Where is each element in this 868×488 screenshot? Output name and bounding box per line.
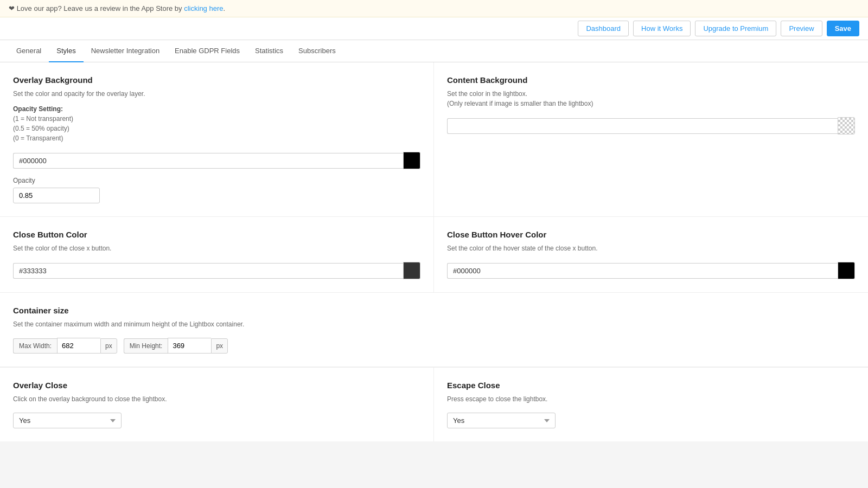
- tab-styles[interactable]: Styles: [49, 40, 83, 62]
- overlay-color-row: [13, 152, 420, 169]
- content-color-input[interactable]: [447, 118, 838, 134]
- banner-link[interactable]: clicking here: [184, 4, 223, 12]
- min-height-input[interactable]: [168, 338, 211, 354]
- escape-close-section: Escape Close Press escape to close the l…: [434, 368, 868, 441]
- max-width-unit: px: [100, 338, 117, 354]
- content-background-title: Content Background: [447, 75, 855, 85]
- main-content: Overlay Background Set the color and opa…: [0, 62, 868, 441]
- content-background-section: Content Background Set the color in the …: [434, 62, 868, 216]
- opacity-desc2: (0.5 = 50% opacity): [13, 125, 69, 132]
- content-background-desc2: (Only relevant if image is smaller than …: [447, 99, 855, 108]
- opacity-input[interactable]: [13, 188, 100, 203]
- content-color-row: [447, 117, 855, 134]
- close-hover-color-swatch[interactable]: [838, 262, 855, 279]
- min-height-unit: px: [211, 338, 228, 354]
- banner-text: Love our app? Leave us a review in the A…: [17, 4, 184, 12]
- close-button-color-section: Close Button Color Set the color of the …: [0, 217, 434, 292]
- max-width-input[interactable]: [57, 338, 100, 354]
- app-review-banner: ❤ Love our app? Leave us a review in the…: [0, 0, 868, 17]
- tab-enable-gdpr-fields[interactable]: Enable GDPR Fields: [167, 40, 247, 62]
- tab-general[interactable]: General: [9, 40, 49, 62]
- tabs-bar: General Styles Newsletter Integration En…: [0, 40, 868, 62]
- overlay-background-section: Overlay Background Set the color and opa…: [0, 62, 434, 216]
- escape-close-desc: Press escape to close the lightbox.: [447, 394, 855, 404]
- tab-statistics[interactable]: Statistics: [247, 40, 291, 62]
- close-color-input[interactable]: [13, 263, 403, 279]
- container-size-title: Container size: [13, 306, 855, 315]
- overlay-color-swatch[interactable]: [403, 152, 420, 169]
- escape-close-title: Escape Close: [447, 381, 855, 390]
- escape-close-select-row: Yes No: [447, 413, 855, 428]
- content-color-swatch[interactable]: [838, 117, 855, 134]
- opacity-setting-label: Opacity Setting:: [13, 105, 63, 113]
- overlay-close-select[interactable]: Yes No: [13, 413, 122, 428]
- overlay-close-desc: Click on the overlay background to close…: [13, 394, 420, 404]
- preview-button[interactable]: Preview: [781, 21, 822, 36]
- opacity-field-label: Opacity: [13, 177, 420, 184]
- dashboard-button[interactable]: Dashboard: [578, 21, 629, 36]
- min-height-group: Min Height: px: [124, 338, 228, 354]
- close-color-swatch[interactable]: [403, 262, 420, 279]
- max-width-group: Max Width: px: [13, 338, 117, 354]
- tab-subscribers[interactable]: Subscribers: [291, 40, 343, 62]
- overlay-close-section: Overlay Close Click on the overlay backg…: [0, 368, 434, 441]
- close-color-row: [13, 262, 420, 279]
- max-width-label: Max Width:: [13, 338, 57, 354]
- container-size-inputs: Max Width: px Min Height: px: [13, 338, 855, 354]
- overlay-background-desc: Set the color and opacity for the overla…: [13, 89, 420, 99]
- upgrade-button[interactable]: Upgrade to Premium: [695, 21, 776, 36]
- min-height-label: Min Height:: [124, 338, 168, 354]
- container-size-desc: Set the container maximum width and mini…: [13, 319, 855, 329]
- opacity-desc3: (0 = Transparent): [13, 134, 63, 142]
- overlay-close-select-row: Yes No: [13, 413, 420, 428]
- close-button-color-desc: Set the color of the close x button.: [13, 243, 420, 253]
- opacity-desc1: (1 = Not transparent): [13, 115, 73, 123]
- content-background-desc: Set the color in the lightbox.: [447, 89, 855, 99]
- overlay-background-title: Overlay Background: [13, 75, 420, 85]
- close-button-hover-color-section: Close Button Hover Color Set the color o…: [434, 217, 868, 292]
- how-it-works-button[interactable]: How it Works: [633, 21, 691, 36]
- close-hover-color-row: [447, 262, 855, 279]
- overlay-color-input[interactable]: [13, 153, 403, 169]
- container-size-section: Container size Set the container maximum…: [0, 292, 868, 367]
- top-nav: Dashboard How it Works Upgrade to Premiu…: [0, 17, 868, 40]
- close-button-hover-color-desc: Set the color of the hover state of the …: [447, 243, 855, 253]
- overlay-opacity-setting: Opacity Setting: (1 = Not transparent) (…: [13, 104, 420, 143]
- row-4: Overlay Close Click on the overlay backg…: [0, 367, 868, 441]
- row-2: Close Button Color Set the color of the …: [0, 216, 868, 292]
- overlay-close-title: Overlay Close: [13, 381, 420, 390]
- save-button[interactable]: Save: [827, 21, 859, 36]
- banner-heart: ❤: [9, 4, 15, 12]
- escape-close-select[interactable]: Yes No: [447, 413, 556, 428]
- close-button-hover-color-title: Close Button Hover Color: [447, 230, 855, 239]
- close-button-color-title: Close Button Color: [13, 230, 420, 239]
- row-1: Overlay Background Set the color and opa…: [0, 62, 868, 216]
- tab-newsletter-integration[interactable]: Newsletter Integration: [84, 40, 167, 62]
- close-hover-color-input[interactable]: [447, 263, 838, 279]
